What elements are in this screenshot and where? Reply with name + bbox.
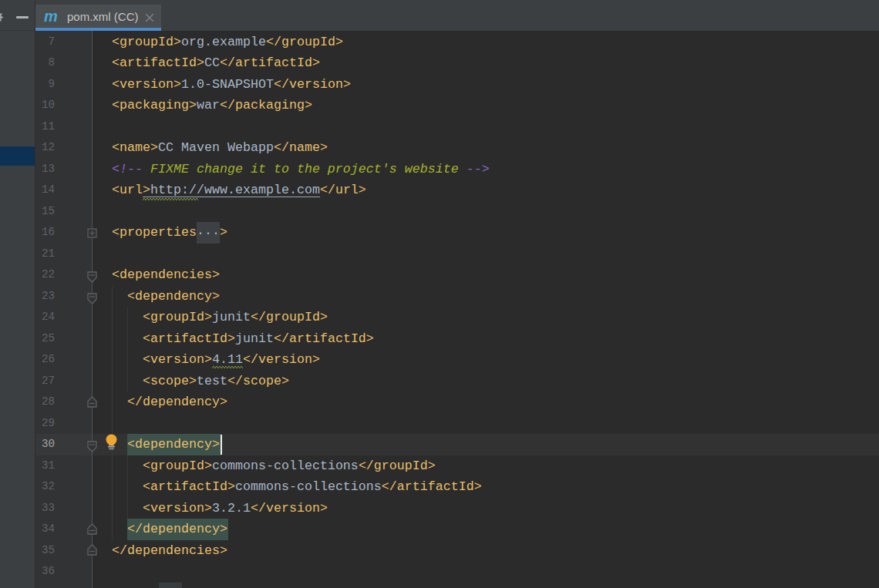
- svg-text:m: m: [44, 8, 58, 25]
